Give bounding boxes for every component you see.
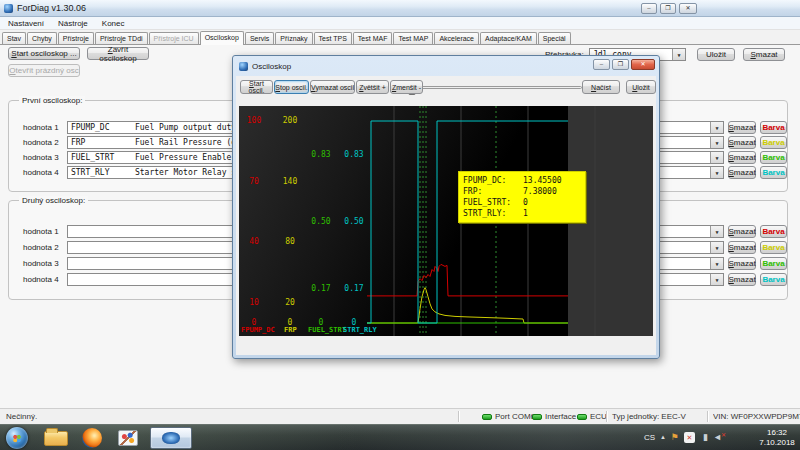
- unit-type: Typ jednotky: EEC-V: [612, 412, 686, 421]
- osc-stop-oscil-button[interactable]: Stop oscil.: [274, 80, 309, 94]
- group1-value-4-delete-button[interactable]: Smazat: [728, 166, 756, 179]
- paint-icon[interactable]: [118, 430, 138, 446]
- group1-value-1-delete-button[interactable]: Smazat: [728, 121, 756, 134]
- value-label: hodnota 3: [23, 259, 63, 268]
- tab-test-map[interactable]: Test MAP: [393, 32, 433, 44]
- osc-close-button[interactable]: ✕: [631, 59, 655, 70]
- group2-value-4-color-button[interactable]: Barva: [760, 273, 787, 286]
- alert-icon[interactable]: ✕: [684, 432, 695, 443]
- slider-track[interactable]: [406, 86, 582, 89]
- group-title: První osciloskop:: [19, 96, 85, 105]
- value-label: hodnota 4: [23, 275, 63, 284]
- start-osciloskop-button[interactable]: Start osciloskop ...: [8, 47, 80, 60]
- group1-value-4-color-button[interactable]: Barva: [760, 166, 787, 179]
- explorer-icon[interactable]: [44, 431, 68, 446]
- tab-pristroje-icu[interactable]: Přístroje ICU: [149, 32, 199, 44]
- status-separator: [606, 411, 607, 422]
- port-led: [482, 414, 492, 420]
- osc-window-icon: [239, 62, 248, 71]
- menu-nastaveni[interactable]: Nastavení: [8, 19, 44, 28]
- chevron-down-icon[interactable]: ▼: [672, 49, 685, 60]
- menu-konec[interactable]: Konec: [102, 19, 125, 28]
- tab-pristroje-tddi[interactable]: Přístroje TDdi: [95, 32, 148, 44]
- tick-STRT_RLY-0.17: 0.17: [334, 284, 374, 293]
- group2-value-2-color-button[interactable]: Barva: [760, 241, 787, 254]
- firefox-icon[interactable]: [82, 428, 102, 448]
- interface-led: [532, 414, 542, 420]
- language-indicator[interactable]: CS: [644, 433, 655, 442]
- tab-chyby[interactable]: Chyby: [27, 32, 57, 44]
- group2-value-1-delete-button[interactable]: Smazat: [728, 225, 756, 238]
- menu-nastroje[interactable]: Nástroje: [58, 19, 88, 28]
- tray-expand-icon[interactable]: ▲: [660, 434, 666, 440]
- tab-test-tps[interactable]: Test TPS: [314, 32, 352, 44]
- group2-value-2-delete-button[interactable]: Smazat: [728, 241, 756, 254]
- group1-value-2-delete-button[interactable]: Smazat: [728, 136, 756, 149]
- chevron-down-icon[interactable]: ▼: [710, 242, 723, 253]
- ulozit-button[interactable]: Uložit: [697, 48, 735, 61]
- oscilloscope-plot[interactable]: 1007040100FPUMP_DC20014080200FRP0.830.50…: [239, 106, 653, 336]
- tab-pristroje[interactable]: Přístroje: [58, 32, 94, 44]
- tab-priznaky[interactable]: Příznaky: [275, 32, 312, 44]
- value-tooltip: FPUMP_DC:13.45500FRP:7.38000FUEL_STRT:0S…: [458, 171, 586, 223]
- tab-servis[interactable]: Servis: [245, 32, 274, 44]
- ecu-label: ECU: [590, 412, 607, 421]
- osc-zv-t-it-button[interactable]: Zvětšit +: [356, 80, 389, 94]
- tab-akcelerace[interactable]: Akcelerace: [434, 32, 479, 44]
- status-idle: Nečinný.: [6, 412, 37, 421]
- close-button[interactable]: ✕: [679, 3, 697, 14]
- chevron-down-icon[interactable]: ▼: [710, 122, 723, 133]
- chevron-down-icon[interactable]: ▼: [710, 258, 723, 269]
- group2-value-4-delete-button[interactable]: Smazat: [728, 273, 756, 286]
- chevron-down-icon[interactable]: ▼: [710, 167, 723, 178]
- start-button[interactable]: [6, 427, 28, 449]
- ecu-led: [577, 414, 587, 420]
- osc-vymazat-oscil-button[interactable]: Vymazat oscil: [310, 80, 355, 94]
- restore-button[interactable]: ❐: [660, 3, 676, 14]
- osc-maximize-button[interactable]: ❐: [612, 59, 629, 70]
- tab-osciloskop[interactable]: Osciloskop: [200, 31, 244, 45]
- tab-stav[interactable]: Stav: [2, 32, 26, 44]
- chevron-down-icon[interactable]: ▼: [710, 226, 723, 237]
- osc-ulozit-button[interactable]: Uložit: [626, 80, 656, 94]
- group1-value-1-color-button[interactable]: Barva: [760, 121, 787, 134]
- osc-minimize-button[interactable]: –: [593, 59, 610, 70]
- pid-code: STRT_RLY: [71, 168, 135, 177]
- group2-value-3-color-button[interactable]: Barva: [760, 257, 787, 270]
- tick-FPUMP_DC-40: 40: [239, 237, 274, 246]
- tab-test-maf[interactable]: Test MAF: [353, 32, 393, 44]
- osc-zmen-it-button[interactable]: Zmenšit -: [390, 80, 423, 94]
- fordiag-logo-icon: [162, 432, 180, 444]
- tab-special[interactable]: Speciál: [538, 32, 571, 44]
- chevron-down-icon[interactable]: ▼: [710, 274, 723, 285]
- channel-name-FRP: FRP: [284, 326, 297, 334]
- tab-adaptace-kam[interactable]: Adaptace/KAM: [480, 32, 537, 44]
- tick-FPUMP_DC-10: 10: [239, 298, 274, 307]
- taskbar-clock[interactable]: 16:32 7.10.2018: [758, 428, 796, 448]
- chevron-down-icon[interactable]: ▼: [710, 152, 723, 163]
- volume-muted-icon[interactable]: ◄✕: [712, 432, 723, 443]
- group1-value-2-color-button[interactable]: Barva: [760, 136, 787, 149]
- group2-value-1-color-button[interactable]: Barva: [760, 225, 787, 238]
- group1-value-3-color-button[interactable]: Barva: [760, 151, 787, 164]
- zavrit-osciloskop-button[interactable]: Zavřít osciloskop: [87, 47, 149, 60]
- smazat-button[interactable]: Smazat: [743, 48, 785, 61]
- minimize-button[interactable]: –: [641, 3, 657, 14]
- group1-value-3-delete-button[interactable]: Smazat: [728, 151, 756, 164]
- chevron-down-icon[interactable]: ▼: [710, 137, 723, 148]
- window-title: ForDiag v1.30.06: [17, 3, 86, 13]
- pid-code: FUEL_STRT: [71, 153, 135, 162]
- action-center-flag-icon[interactable]: ⚑: [669, 432, 680, 443]
- window-controls: – ❐ ✕: [641, 3, 697, 14]
- osc-start-oscil-button[interactable]: Start oscil.: [240, 80, 273, 94]
- group2-value-3-delete-button[interactable]: Smazat: [728, 257, 756, 270]
- tick-FRP-140: 140: [270, 177, 310, 186]
- nacist-button[interactable]: Načíst: [582, 80, 620, 94]
- value-label: hodnota 2: [23, 138, 63, 147]
- tooltip-key: FUEL_STRT:: [463, 197, 523, 208]
- timebase-slider[interactable]: [406, 80, 582, 95]
- fordiag-taskbar-button[interactable]: [150, 427, 192, 449]
- device-icon[interactable]: ▮: [700, 432, 711, 443]
- otevrit-prazdny-osc-button[interactable]: Otevřít prázdný osc: [8, 64, 80, 77]
- channel-name-STRT_RLY: STRT_RLY: [343, 326, 377, 334]
